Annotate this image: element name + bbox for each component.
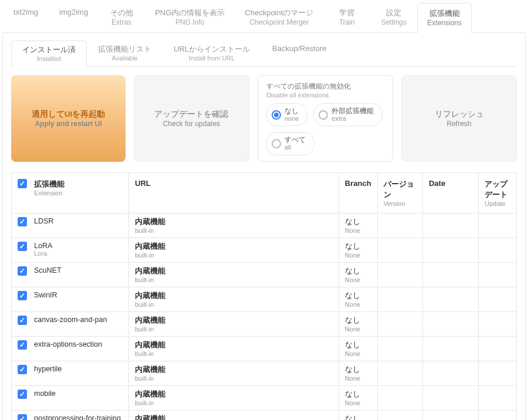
- extension-name: extra-options-section: [34, 340, 102, 348]
- tab-sublabel: Checkpoint Merger: [245, 18, 313, 26]
- tab-label: Checkpointのマージ: [245, 8, 313, 18]
- main-tab-settings[interactable]: 設定Settings: [370, 2, 417, 32]
- tab-label: 拡張機能リスト: [98, 44, 151, 55]
- radio-sublabel: extra: [331, 115, 374, 122]
- row-checkbox[interactable]: ✓: [18, 389, 27, 399]
- tab-sublabel: Available: [98, 55, 151, 62]
- sub-tab-install-from-url[interactable]: URLからインストールInstall from URL: [163, 40, 261, 66]
- main-tab-checkpoint-merger[interactable]: CheckpointのマージCheckpoint Merger: [235, 2, 323, 32]
- url-builtin: 内蔵機能: [135, 365, 333, 375]
- tab-sublabel: Installed: [22, 55, 76, 62]
- url-builtin: 内蔵機能: [135, 291, 333, 301]
- tab-sublabel: PNG Info: [155, 18, 225, 26]
- sub-tab-available[interactable]: 拡張機能リストAvailable: [87, 40, 163, 66]
- sub-tab-backup-restore[interactable]: Backup/Restore: [261, 40, 338, 66]
- main-tab-txt2img[interactable]: txt2img: [2, 2, 49, 32]
- th-version: バージョン: [384, 179, 417, 200]
- sub-tab-installed[interactable]: インストール済Installed: [11, 40, 87, 67]
- extension-name: canvas-zoom-and-pan: [34, 316, 107, 324]
- url-builtin: 内蔵機能: [135, 389, 333, 399]
- th-branch: Branch: [345, 179, 371, 188]
- branch-none: なし: [345, 414, 371, 420]
- radio-icon: [272, 110, 281, 120]
- tab-sublabel: Train: [333, 18, 360, 26]
- table-row: ✓ mobile 内蔵機能 built-inなし None: [12, 385, 517, 410]
- table-row: ✓ extra-options-section 内蔵機能 built-inなし …: [12, 336, 517, 361]
- disable-radio-extra[interactable]: 外部拡張機能 extra: [313, 103, 383, 126]
- disable-radio-none[interactable]: なし none: [266, 103, 307, 126]
- extension-name-en: Lora: [34, 250, 52, 257]
- row-checkbox[interactable]: ✓: [18, 266, 27, 276]
- tab-sublabel: Extras: [108, 18, 135, 26]
- tab-label: PNG内の情報を表示: [155, 8, 225, 18]
- extension-name: LDSR: [34, 217, 53, 225]
- disable-extensions-group: すべての拡張機能の無効化 Disable all extensions なし n…: [258, 75, 393, 162]
- button-label: アップデートを確認: [154, 109, 228, 120]
- group-subtitle: Disable all extensions: [266, 92, 384, 99]
- radio-icon: [319, 110, 328, 120]
- th-extension: 拡張機能: [34, 179, 65, 189]
- th-update: アップデート: [485, 179, 510, 200]
- radio-label: なし: [285, 107, 299, 115]
- disable-radio-all[interactable]: すべて all: [266, 132, 314, 155]
- url-builtin: 内蔵機能: [135, 316, 333, 326]
- url-builtin: 内蔵機能: [135, 340, 333, 350]
- branch-none: なし: [345, 266, 371, 276]
- button-label: 適用してUIを再起動: [32, 109, 106, 120]
- table-row: ✓ canvas-zoom-and-pan 内蔵機能 built-inなし No…: [12, 311, 517, 336]
- extension-name: LoRA: [34, 242, 52, 250]
- url-builtin: 内蔵機能: [135, 217, 333, 227]
- radio-sublabel: all: [285, 144, 306, 151]
- table-row: ✓ hypertile 内蔵機能 built-inなし None: [12, 361, 517, 385]
- tab-label: URLからインストール: [174, 44, 250, 55]
- tab-label: 学習: [333, 8, 360, 18]
- extension-name: SwinIR: [34, 291, 57, 299]
- branch-none: なし: [345, 242, 371, 252]
- branch-none: なし: [345, 291, 371, 301]
- radio-sublabel: none: [285, 115, 299, 122]
- radio-icon: [272, 139, 281, 148]
- table-row: ✓ SwinIR 内蔵機能 built-inなし None: [12, 287, 517, 311]
- th-date: Date: [429, 179, 472, 188]
- tab-label: txt2img: [12, 8, 39, 16]
- row-checkbox[interactable]: ✓: [18, 340, 27, 350]
- table-row: ✓ LDSR 内蔵機能 built-inなし None: [12, 213, 517, 238]
- url-builtin: 内蔵機能: [135, 414, 333, 420]
- th-url: URL: [135, 179, 333, 188]
- url-builtin: 内蔵機能: [135, 242, 333, 252]
- url-builtin: 内蔵機能: [135, 266, 333, 276]
- select-all-checkbox[interactable]: ✓: [18, 179, 27, 188]
- radio-label: 外部拡張機能: [331, 107, 374, 115]
- button-sublabel: Check for updates: [163, 120, 220, 128]
- row-checkbox[interactable]: ✓: [18, 291, 27, 300]
- tab-label: img2img: [59, 8, 88, 16]
- tab-sublabel: Settings: [380, 18, 407, 26]
- row-checkbox[interactable]: ✓: [18, 414, 27, 420]
- tab-label: 設定: [380, 8, 407, 18]
- main-tab-extensions[interactable]: 拡張機能Extensions: [417, 3, 472, 33]
- main-tab-png-info[interactable]: PNG内の情報を表示PNG Info: [145, 2, 235, 32]
- main-tab-extras[interactable]: その他Extras: [98, 2, 145, 32]
- refresh-button[interactable]: リフレッシュ Refresh: [401, 75, 517, 162]
- row-checkbox[interactable]: ✓: [18, 365, 27, 374]
- extension-name: postprocessing-for-training: [34, 414, 121, 420]
- apply-restart-button[interactable]: 適用してUIを再起動 Apply and restart UI: [11, 75, 126, 162]
- button-sublabel: Apply and restart UI: [35, 120, 101, 128]
- tab-label: Backup/Restore: [272, 44, 327, 53]
- group-title: すべての拡張機能の無効化: [266, 82, 384, 92]
- tab-label: その他: [108, 8, 135, 18]
- main-tab-train[interactable]: 学習Train: [323, 2, 370, 32]
- row-checkbox[interactable]: ✓: [18, 316, 27, 325]
- extension-name: hypertile: [34, 365, 62, 373]
- tab-sublabel: Extensions: [427, 19, 462, 27]
- button-label: リフレッシュ: [435, 109, 484, 120]
- branch-none: なし: [345, 389, 371, 399]
- branch-none: なし: [345, 316, 371, 326]
- row-checkbox[interactable]: ✓: [18, 217, 27, 226]
- check-updates-button[interactable]: アップデートを確認 Check for updates: [134, 75, 249, 162]
- tab-label: 拡張機能: [427, 8, 462, 19]
- branch-none: なし: [345, 340, 371, 350]
- main-tab-img2img[interactable]: img2img: [49, 2, 98, 32]
- tab-sublabel: Install from URL: [174, 55, 250, 62]
- row-checkbox[interactable]: ✓: [18, 242, 27, 251]
